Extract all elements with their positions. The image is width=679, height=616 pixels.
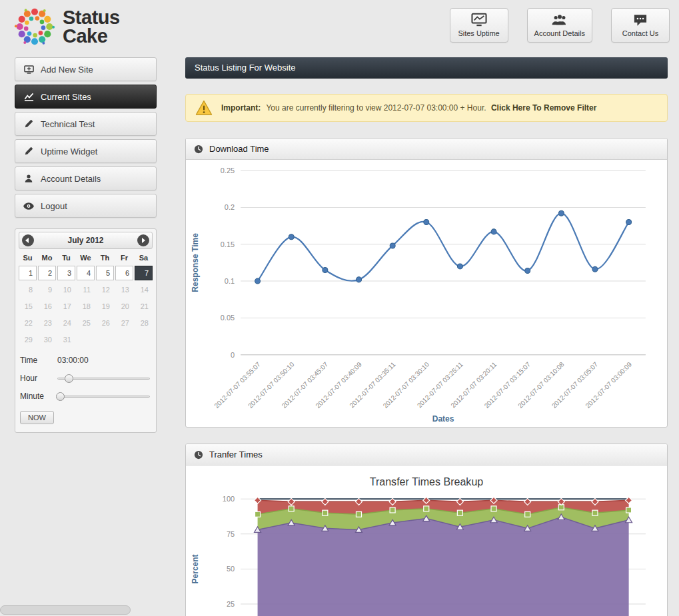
- time-display-row: Time 03:00:00: [19, 356, 153, 365]
- calendar-empty-cell: [135, 332, 153, 347]
- top-button-label: Contact Us: [622, 29, 658, 37]
- calendar-day-26: 26: [96, 316, 114, 330]
- calendar-month-label: July 2012: [34, 236, 137, 245]
- brand-name-line2: Cake: [63, 27, 120, 45]
- sidebar-item-technical-test[interactable]: Technical Test: [15, 112, 157, 136]
- calendar-day-12: 12: [96, 282, 114, 297]
- transfer-times-area-chart: 255075100Transfer Times BreakupPercent: [187, 468, 666, 616]
- sidebar-item-logout[interactable]: Logout: [15, 194, 157, 218]
- clock-icon: [194, 450, 203, 460]
- calendar-day-14: 14: [135, 282, 153, 297]
- calendar-day-header: Sa: [135, 254, 153, 262]
- calendar-day-1[interactable]: 1: [19, 266, 37, 280]
- pencil-icon: [23, 147, 34, 156]
- svg-text:0: 0: [231, 351, 235, 359]
- calendar-day-header: Mo: [38, 254, 56, 262]
- top-button-label: Sites Uptime: [458, 29, 499, 37]
- calendar-day-19: 19: [96, 299, 114, 314]
- contact-us-icon: [633, 13, 648, 27]
- svg-text:0.25: 0.25: [221, 166, 235, 174]
- page-title-bar: Status Listing For Website: [185, 57, 668, 79]
- top-button-label: Account Details: [534, 29, 585, 37]
- sidebar-item-account-details[interactable]: Account Details: [15, 166, 157, 190]
- transfer-times-panel-header: Tranfer Times: [186, 444, 667, 465]
- time-label: Time: [20, 356, 57, 365]
- svg-text:100: 100: [223, 495, 235, 503]
- sidebar: Add New SiteCurrent SitesTechnical TestU…: [15, 57, 157, 616]
- sites-uptime-icon: [471, 13, 487, 27]
- calendar-day-29: 29: [19, 332, 37, 347]
- account-details-icon: [551, 13, 568, 27]
- calendar-day-2[interactable]: 2: [38, 266, 56, 280]
- calendar-day-17: 17: [57, 299, 75, 314]
- content-area: Status Listing For Website Important: Yo…: [185, 57, 668, 616]
- main-layout: Add New SiteCurrent SitesTechnical TestU…: [0, 57, 679, 616]
- calendar-empty-cell: [96, 332, 114, 347]
- calendar-prev-icon[interactable]: [22, 234, 34, 246]
- minute-label: Minute: [20, 392, 57, 401]
- sidebar-item-label: Current Sites: [41, 92, 91, 102]
- calendar-day-8: 8: [19, 282, 37, 297]
- minute-slider-track[interactable]: [57, 396, 150, 398]
- remove-filter-link[interactable]: Click Here To Remove Filter: [491, 103, 597, 113]
- calendar-day-header: Tu: [57, 254, 75, 262]
- calendar-day-21: 21: [135, 299, 153, 314]
- download-time-chart-body: 00.050.10.150.20.252012-07-07 03:55:0720…: [186, 160, 667, 427]
- transfer-times-panel: Tranfer Times 255075100Transfer Times Br…: [185, 444, 668, 616]
- calendar-header: July 2012: [19, 232, 153, 249]
- calendar-day-7[interactable]: 7: [135, 266, 153, 280]
- clock-icon: [194, 145, 203, 154]
- calendar-day-27: 27: [115, 316, 133, 330]
- transfer-times-panel-title: Tranfer Times: [209, 450, 263, 460]
- statuscake-logo[interactable]: Status Cake: [13, 5, 120, 48]
- calendar-day-header: Fr: [115, 254, 133, 262]
- current-sites-icon: [23, 92, 34, 102]
- svg-text:0.1: 0.1: [225, 277, 235, 285]
- svg-text:Response Time: Response Time: [191, 233, 200, 292]
- calendar-day-13: 13: [115, 282, 133, 297]
- calendar-day-20: 20: [115, 299, 133, 314]
- calendar-day-23: 23: [38, 316, 56, 330]
- svg-text:0.15: 0.15: [221, 240, 235, 248]
- top-button-sites-uptime[interactable]: Sites Uptime: [450, 8, 508, 43]
- calendar-empty-cell: [77, 332, 95, 347]
- calendar-day-6[interactable]: 6: [115, 266, 133, 280]
- minute-slider[interactable]: [57, 392, 150, 401]
- sidebar-item-label: Account Details: [41, 174, 101, 184]
- calendar-day-22: 22: [19, 316, 37, 330]
- calendar-day-4[interactable]: 4: [77, 266, 95, 280]
- hour-slider[interactable]: [57, 374, 150, 383]
- svg-text:0.2: 0.2: [225, 203, 235, 211]
- notice-prefix: Important:: [221, 103, 261, 113]
- svg-text:Dates: Dates: [432, 414, 454, 424]
- calendar-day-3[interactable]: 3: [57, 266, 75, 280]
- sidebar-item-current-sites[interactable]: Current Sites: [15, 85, 157, 109]
- add-site-icon: [23, 65, 34, 75]
- calendar-grid: 1234567891011121314151617181920212223242…: [19, 264, 153, 347]
- calendar-empty-cell: [115, 332, 133, 347]
- sidebar-item-add-new-site[interactable]: Add New Site: [15, 57, 157, 81]
- notice-text: Important: You are currently filtering t…: [221, 103, 596, 113]
- now-button[interactable]: NOW: [20, 411, 54, 424]
- statuscake-dashboard: Status Cake Sites UptimeAccount DetailsC…: [0, 0, 679, 616]
- calendar-day-5[interactable]: 5: [96, 266, 114, 280]
- calendar-next-icon[interactable]: [137, 234, 149, 246]
- sidebar-item-label: Add New Site: [41, 65, 93, 75]
- minute-slider-row: Minute: [19, 392, 153, 401]
- top-button-account-details[interactable]: Account Details: [527, 8, 592, 43]
- hour-slider-row: Hour: [19, 374, 153, 383]
- sidebar-item-uptime-widget[interactable]: Uptime Widget: [15, 139, 157, 163]
- calendar-day-18: 18: [77, 299, 95, 314]
- sidebar-item-label: Uptime Widget: [41, 147, 97, 156]
- calendar-day-25: 25: [77, 316, 95, 330]
- svg-text:Transfer Times Breakup: Transfer Times Breakup: [370, 475, 484, 487]
- minute-slider-handle[interactable]: [56, 392, 65, 401]
- calendar-day-headers: SuMoTuWeThFrSa: [19, 254, 153, 262]
- calendar-day-header: Th: [96, 254, 114, 262]
- top-button-contact-us[interactable]: Contact Us: [611, 8, 670, 43]
- hour-slider-handle[interactable]: [65, 374, 73, 383]
- download-time-panel-title: Download Time: [209, 144, 269, 154]
- date-time-picker: July 2012 SuMoTuWeThFrSa 123456789101112…: [15, 228, 157, 433]
- svg-text:0.05: 0.05: [221, 314, 235, 322]
- horizontal-scrollbar-thumb[interactable]: [0, 605, 131, 615]
